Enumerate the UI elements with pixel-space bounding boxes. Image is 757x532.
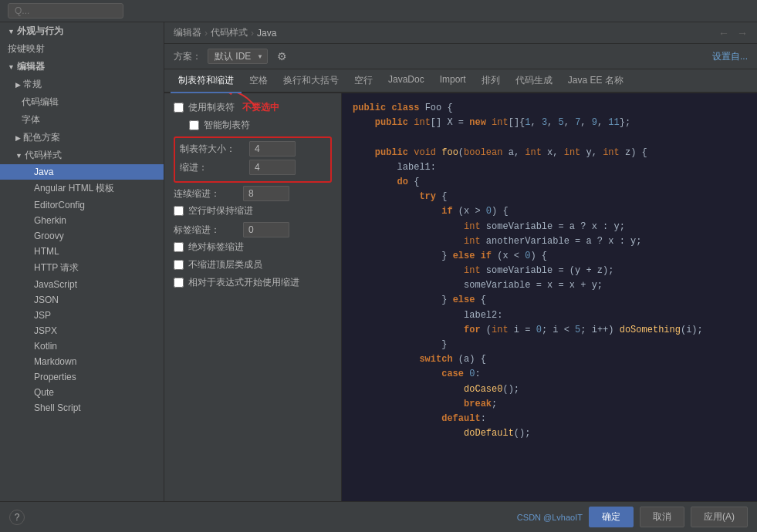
code-line-18: switch (a) { [353,352,746,367]
nav-back-icon[interactable]: ← [718,27,729,39]
abs-label-label: 绝对标签缩进 [188,241,244,254]
sidebar-item[interactable]: 字体 [0,111,164,129]
breadcrumb: 编辑器 › 代码样式 › Java ← → [164,22,757,44]
keep-indent-checkbox[interactable] [174,206,184,216]
ok-button[interactable]: 确定 [589,507,634,527]
bottom-bar: ? CSDN @LvhaoIT 确定 取消 应用(A) [0,501,757,532]
sidebar-item[interactable]: ▼外观与行为 [0,22,164,40]
nav-forward-icon[interactable]: → [737,27,748,39]
sidebar-item[interactable]: JSPX [0,323,164,338]
sidebar-item[interactable]: Gherkin [0,213,164,228]
breadcrumb-sep1: › [204,28,208,39]
label-indent-row: 标签缩进： [174,222,332,237]
tab-spaces[interactable]: 空格 [242,69,275,93]
tab-tabs-indent[interactable]: 制表符和缩进 [171,69,242,93]
no-indent-top-checkbox[interactable] [174,260,184,270]
tab-import[interactable]: Import [432,69,474,93]
no-indent-top-label: 不缩进顶层类成员 [188,258,262,271]
indent-input[interactable] [249,160,296,175]
smart-tabs-row: 智能制表符 [189,119,332,132]
smart-tabs-checkbox[interactable] [189,120,199,130]
main-layout: ▼外观与行为按键映射▼编辑器▶常规代码编辑字体▶配色方案▼代码样式JavaAng… [0,22,757,501]
sidebar-item[interactable]: ▶配色方案 [0,129,164,146]
tab-javaee[interactable]: Java EE 名称 [560,69,631,93]
sidebar-item[interactable]: Markdown [0,354,164,369]
top-bar [0,0,757,22]
tab-size-input[interactable] [249,141,296,157]
sidebar-item[interactable]: HTML [0,244,164,259]
scheme-select[interactable]: 默认 IDE 项目 [208,49,268,64]
sidebar-item[interactable]: Qute [0,385,164,400]
tab-wrap-braces[interactable]: 换行和大括号 [275,69,346,93]
breadcrumb-code-style: 代码样式 [211,26,248,39]
sidebar-item[interactable]: HTTP 请求 [0,259,164,277]
content-panel: 编辑器 › 代码样式 › Java ← → 方案： 默认 IDE 项目 ⚙ 设置… [164,22,757,501]
sidebar-item[interactable]: JSON [0,292,164,308]
keep-indent-row: 空行时保持缩进 [174,204,332,217]
sidebar-item[interactable]: Groovy [0,228,164,244]
code-line-19: case 0: [353,367,746,382]
brand-label: CSDN @LvhaoIT [517,513,583,522]
code-line-9: int someVariable = a ? x : y; [353,220,746,234]
abs-label-checkbox[interactable] [174,242,184,252]
code-line-3 [353,130,746,145]
settings-link[interactable]: 设置自... [712,50,748,63]
tab-blank-lines[interactable]: 空行 [346,69,380,93]
sidebar-item[interactable]: ▼编辑器 [0,58,164,76]
sidebar-item[interactable]: Angular HTML 模板 [0,180,164,197]
cont-indent-row: 连续缩进： [174,186,332,201]
sidebar-item[interactable]: 按键映射 [0,40,164,58]
sidebar-item[interactable]: EditorConfig [0,197,164,213]
tab-code-gen[interactable]: 代码生成 [508,69,560,93]
cont-indent-input[interactable] [243,186,289,201]
label-indent-input[interactable] [243,222,289,237]
sidebar-item[interactable]: Java [0,164,164,180]
breadcrumb-sep2: › [251,28,254,39]
sidebar: ▼外观与行为按键映射▼编辑器▶常规代码编辑字体▶配色方案▼代码样式JavaAng… [0,22,164,501]
code-line-5: label1: [353,160,746,175]
tab-javadoc[interactable]: JavaDoc [380,69,432,93]
code-line-4: public void foo(boolean a, int x, int y,… [353,146,746,160]
indent-row: 缩进： [180,160,326,175]
red-arrow-annotation [220,93,266,107]
gear-button[interactable]: ⚙ [274,49,290,64]
bottom-right: CSDN @LvhaoIT 确定 取消 应用(A) [517,507,748,527]
code-line-1: public class Foo { [353,101,746,116]
tab-arrange[interactable]: 排列 [474,69,508,93]
sidebar-item[interactable]: Properties [0,369,164,385]
settings-panel: 使用制表符 不要选中 智能制表符 [164,93,342,501]
sidebar-item[interactable]: JSP [0,308,164,323]
use-indent-expr-checkbox[interactable] [174,278,184,288]
sidebar-item[interactable]: ▼代码样式 [0,146,164,164]
no-indent-top-row: 不缩进顶层类成员 [174,258,332,271]
code-line-7: try { [353,190,746,204]
code-line-23: doDefault(); [353,426,746,441]
tab-size-label: 制表符大小： [180,143,249,156]
use-tabs-checkbox[interactable] [174,103,184,113]
cancel-button[interactable]: 取消 [640,507,684,527]
code-line-17: } [353,338,746,352]
scheme-label: 方案： [174,50,201,63]
sidebar-item[interactable]: Kotlin [0,338,164,354]
label-indent-label: 标签缩进： [174,224,243,237]
tab-size-row: 制表符大小： [180,141,326,157]
breadcrumb-editor: 编辑器 [174,26,201,39]
sidebar-item[interactable]: ▶常规 [0,76,164,93]
search-input[interactable] [8,3,123,19]
code-line-14: } else { [353,293,746,308]
code-line-21: break; [353,397,746,412]
code-line-8: if (x > 0) { [353,204,746,219]
sidebar-item[interactable]: Shell Script [0,400,164,416]
sidebar-item[interactable]: 代码编辑 [0,93,164,111]
use-indent-expr-label: 相对于表达式开始使用缩进 [188,276,299,289]
cont-indent-label: 连续缩进： [174,187,243,200]
code-line-11: } else if (x < 0) { [353,249,746,264]
sidebar-item[interactable]: JavaScript [0,277,164,292]
use-indent-expr-row: 相对于表达式开始使用缩进 [174,276,332,289]
code-line-13: someVariable = x = x + y; [353,278,746,293]
help-button[interactable]: ? [9,510,25,525]
code-line-16: for (int i = 0; i < 5; i++) doSomething(… [353,323,746,338]
abs-label-row: 绝对标签缩进 [174,241,332,254]
apply-button[interactable]: 应用(A) [691,507,748,527]
keep-indent-label: 空行时保持缩进 [188,204,253,217]
